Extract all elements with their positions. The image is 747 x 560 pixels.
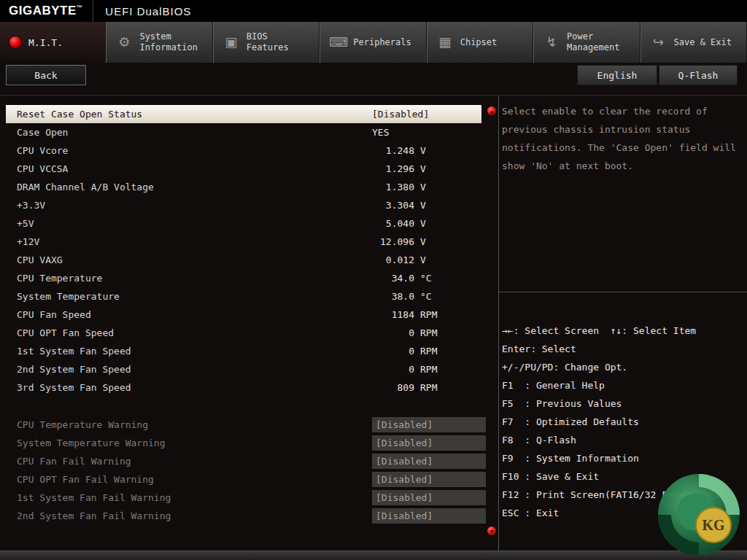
setting-label: System Temperature Warning xyxy=(6,438,166,448)
list-row: CPU VCCSA 1.296V xyxy=(6,160,481,178)
list-row: CPU Temperature 34.0°C xyxy=(6,269,481,287)
sensor-unit: RPM xyxy=(420,327,437,338)
setting-label: +5V xyxy=(6,218,34,229)
sensor-value: 0 xyxy=(372,327,414,338)
value-area: 809RPM xyxy=(372,378,437,397)
help-key-line: F10 : Save & Exit xyxy=(502,467,746,486)
list-row: System Temperature 38.0°C xyxy=(6,287,481,306)
section-gap xyxy=(6,397,496,416)
list-row[interactable]: CPU Fan Fail Warning [Disabled] xyxy=(6,452,481,470)
setting-value: [Disabled] xyxy=(372,508,486,524)
setting-label: 1st System Fan Speed xyxy=(6,346,131,357)
sensor-unit: RPM xyxy=(420,382,437,393)
help-key-line: +/-/PU/PD: Change Opt. xyxy=(502,358,746,376)
value-area: [Disabled] xyxy=(372,507,486,525)
sensor-value: 0 xyxy=(372,346,414,357)
setting-label: System Temperature xyxy=(6,291,120,302)
list-row: CPU VAXG 0.012V xyxy=(6,251,481,269)
tab-peripherals[interactable]: ⌨ Peripherals xyxy=(320,22,426,63)
list-row: CPU OPT Fan Speed 0RPM xyxy=(6,324,481,342)
sensor-value: 1.296 xyxy=(372,163,414,174)
list-row[interactable]: 1st System Fan Fail Warning [Disabled] xyxy=(6,489,481,507)
value-area: 1.296V xyxy=(372,160,426,178)
sensor-unit: °C xyxy=(420,273,432,284)
sensor-unit: V xyxy=(420,218,426,229)
tab-chipset[interactable]: ▦ Chipset xyxy=(427,22,533,63)
list-row: 3rd System Fan Speed 809RPM xyxy=(6,378,481,397)
list-row: 2nd System Fan Speed 0RPM xyxy=(6,360,481,378)
bios-icon: ▣ xyxy=(222,36,240,49)
sensor-value: 0 xyxy=(372,364,414,375)
value-area: 0RPM xyxy=(372,360,437,378)
list-row[interactable]: CPU OPT Fan Fail Warning [Disabled] xyxy=(6,470,481,489)
setting-label: 2nd System Fan Speed xyxy=(6,364,131,375)
list-row[interactable]: Reset Case Open Status [Disabled] xyxy=(6,105,481,123)
setting-label: 1st System Fan Fail Warning xyxy=(6,492,171,503)
list-row[interactable]: 2nd System Fan Fail Warning [Disabled] xyxy=(6,507,481,525)
sensor-unit: °C xyxy=(420,291,432,302)
setting-value: [Disabled] xyxy=(372,454,486,469)
value-area: 34.0°C xyxy=(372,269,432,287)
tab-power-management[interactable]: ↯ PowerManagement xyxy=(533,22,640,63)
setting-value: YES xyxy=(372,127,389,138)
top-bar: GIGABYTE™ UEFI DualBIOS xyxy=(0,0,747,22)
setting-label: CPU VCCSA xyxy=(6,163,68,174)
help-key-line: F9 : System Information xyxy=(502,449,746,467)
peripherals-icon: ⌨ xyxy=(329,36,347,49)
tab-bar: M.I.T. ⚙ SystemInformation ▣ BIOSFeature… xyxy=(0,22,747,63)
sensor-value: 1.248 xyxy=(372,145,414,156)
setting-label: Case Open xyxy=(6,127,68,138)
tab-label: Chipset xyxy=(460,37,498,48)
back-button[interactable]: Back xyxy=(6,65,86,85)
value-area: YES xyxy=(372,123,389,141)
sensor-value: 38.0 xyxy=(372,291,414,302)
bios-screen: GIGABYTE™ UEFI DualBIOS M.I.T. ⚙ SystemI… xyxy=(0,0,747,560)
tab-system-information[interactable]: ⚙ SystemInformation xyxy=(106,22,212,63)
sensor-value: 809 xyxy=(372,382,414,393)
value-area: 0.012V xyxy=(372,251,426,269)
help-key-line: ESC : Exit xyxy=(502,504,746,522)
tab-bios-features[interactable]: ▣ BIOSFeatures xyxy=(213,22,320,63)
qflash-button[interactable]: Q-Flash xyxy=(659,65,738,85)
list-row[interactable]: CPU Temperature Warning [Disabled] xyxy=(6,416,481,434)
help-key-line: Enter: Select xyxy=(502,340,746,358)
value-area: 3.304V xyxy=(372,196,426,214)
tab-mit[interactable]: M.I.T. xyxy=(0,22,106,63)
value-area: 1184RPM xyxy=(372,306,437,324)
setting-label: 2nd System Fan Fail Warning xyxy=(6,510,171,521)
chipset-icon: ▦ xyxy=(436,36,454,49)
help-keys: →←: Select Screen ↑↓: Select ItemEnter: … xyxy=(502,322,746,522)
sensor-value: 0.012 xyxy=(372,254,414,265)
setting-label: +12V xyxy=(6,236,39,247)
setting-label: CPU Fan Speed xyxy=(6,309,91,320)
gigabyte-logo: GIGABYTE™ xyxy=(0,4,93,18)
exit-icon: ↪ xyxy=(650,36,667,49)
sensor-value: 3.304 xyxy=(372,200,414,211)
setting-label: DRAM Channel A/B Voltage xyxy=(6,182,154,192)
setting-label: CPU VAXG xyxy=(6,254,63,265)
setting-label: CPU Temperature Warning xyxy=(6,419,148,430)
sensor-unit: V xyxy=(420,236,426,247)
value-area: [Disabled] xyxy=(372,105,429,123)
value-area: 12.096V xyxy=(372,233,426,251)
list-row: CPU Fan Speed 1184RPM xyxy=(6,306,481,324)
setting-label: CPU OPT Fan Speed xyxy=(6,327,114,338)
value-area: [Disabled] xyxy=(372,434,486,452)
scroll-up-icon[interactable]: ▲ xyxy=(487,106,496,115)
setting-value: [Disabled] xyxy=(372,472,486,487)
tab-label: PowerManagement xyxy=(567,31,619,53)
list-row[interactable]: System Temperature Warning [Disabled] xyxy=(6,434,481,452)
help-key-line: F8 : Q-Flash xyxy=(502,431,746,449)
value-area: 0RPM xyxy=(372,324,437,342)
setting-label: CPU OPT Fan Fail Warning xyxy=(6,474,154,485)
scroll-down-icon[interactable]: ▼ xyxy=(487,526,496,535)
tab-save-exit[interactable]: ↪ Save & Exit xyxy=(640,22,747,63)
help-description: Select enable to clear the record of pre… xyxy=(502,102,743,175)
sensor-value: 5.040 xyxy=(372,218,414,229)
sensor-value: 12.096 xyxy=(372,236,414,247)
list-row: Case Open YES xyxy=(6,123,481,141)
value-area: 0RPM xyxy=(372,342,437,360)
sensor-unit: V xyxy=(420,254,426,265)
help-key-line: F1 : General Help xyxy=(502,376,746,394)
language-button[interactable]: English xyxy=(577,65,657,85)
